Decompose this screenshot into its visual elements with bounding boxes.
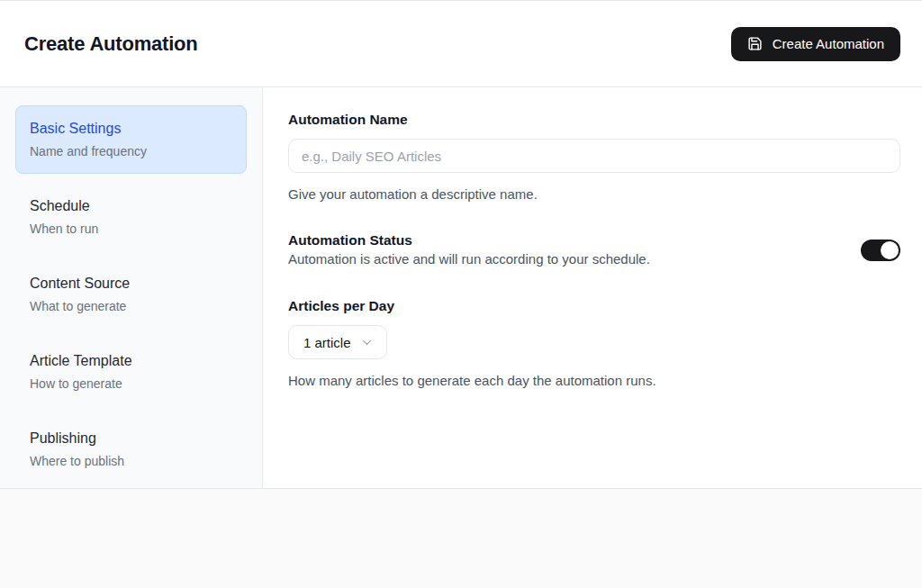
sidebar-item-title: Basic Settings: [30, 119, 232, 139]
save-icon: [747, 36, 763, 51]
create-automation-button-label: Create Automation: [773, 36, 884, 51]
create-automation-button[interactable]: Create Automation: [731, 27, 900, 61]
sidebar-item-basic-settings[interactable]: Basic Settings Name and frequency: [15, 105, 247, 174]
sidebar-item-subtitle: What to generate: [30, 297, 232, 315]
automation-status-description: Automation is active and will run accord…: [288, 249, 650, 269]
automation-name-input[interactable]: [288, 139, 900, 173]
basic-settings-panel: Automation Name Give your automation a d…: [263, 87, 922, 488]
articles-per-day-helper: How many articles to generate each day t…: [288, 372, 900, 390]
sidebar-item-content-source[interactable]: Content Source What to generate: [15, 260, 247, 329]
sidebar-item-subtitle: Where to publish: [30, 452, 232, 470]
automation-status-text: Automation Status Automation is active a…: [288, 231, 650, 269]
page-title: Create Automation: [24, 32, 198, 56]
page-background: [0, 489, 922, 588]
articles-per-day-group: Articles per Day 1 article How many arti…: [288, 297, 900, 390]
sidebar-item-title: Schedule: [30, 196, 232, 216]
sidebar-item-title: Article Template: [30, 351, 232, 371]
automation-name-helper: Give your automation a descriptive name.: [288, 185, 900, 204]
sidebar-item-publishing[interactable]: Publishing Where to publish: [15, 415, 247, 484]
steps-sidebar: Basic Settings Name and frequency Schedu…: [0, 87, 263, 488]
articles-per-day-label: Articles per Day: [288, 297, 900, 315]
automation-status-group: Automation Status Automation is active a…: [288, 231, 900, 269]
automation-status-toggle[interactable]: [861, 240, 900, 261]
create-automation-page: Create Automation Create Automation Basi…: [0, 0, 922, 588]
articles-per-day-value: 1 article: [303, 335, 351, 350]
sidebar-item-subtitle: How to generate: [30, 375, 232, 393]
automation-name-group: Automation Name Give your automation a d…: [288, 111, 900, 204]
sidebar-item-schedule[interactable]: Schedule When to run: [15, 183, 247, 251]
sidebar-item-article-template[interactable]: Article Template How to generate: [15, 338, 247, 406]
chevron-down-icon: [360, 336, 374, 349]
sidebar-item-subtitle: When to run: [30, 220, 232, 238]
articles-per-day-select[interactable]: 1 article: [288, 325, 387, 359]
content-area: Basic Settings Name and frequency Schedu…: [0, 87, 922, 489]
toggle-knob: [881, 241, 899, 259]
sidebar-item-title: Publishing: [30, 429, 232, 448]
page-header: Create Automation Create Automation: [0, 0, 922, 87]
sidebar-item-title: Content Source: [30, 274, 232, 294]
automation-name-label: Automation Name: [288, 111, 900, 129]
sidebar-item-subtitle: Name and frequency: [30, 142, 232, 160]
automation-status-label: Automation Status: [288, 231, 650, 249]
